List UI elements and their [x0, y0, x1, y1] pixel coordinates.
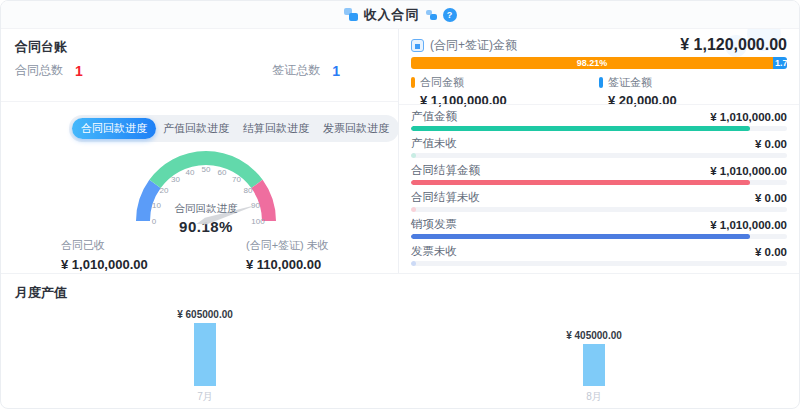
metric-head: 发票未收¥ 0.00: [411, 244, 787, 259]
bar-group: ¥ 605000.007月: [160, 309, 250, 386]
help-icon[interactable]: ?: [443, 8, 457, 22]
stat-item: 签证总数1: [272, 62, 340, 79]
ledger-title: 合同台账: [15, 38, 67, 56]
gauge-value: 90.18%: [86, 218, 326, 235]
metric-value: ¥ 1,010,000.00: [710, 111, 787, 123]
metric-label: 合同结算未收: [411, 190, 480, 205]
gauge-tick-label: 30: [171, 175, 180, 184]
bar-value-label: ¥ 605000.00: [177, 309, 233, 320]
bar: [583, 344, 605, 386]
metric-list: 产值金额¥ 1,010,000.00产值未收¥ 0.00合同结算金额¥ 1,01…: [411, 109, 787, 271]
metric-row: 合同结算未收¥ 0.00: [411, 190, 787, 212]
page-title: 收入合同: [364, 6, 420, 24]
metric-bar-track: [411, 261, 787, 266]
summary-header: (合同+签证)金额 ¥ 1,120,000.00: [411, 35, 787, 55]
metric-value: ¥ 1,010,000.00: [710, 219, 787, 231]
metric-label: 产值未收: [411, 136, 457, 151]
tab-产值回款进度[interactable]: 产值回款进度: [156, 118, 236, 139]
bar-group: ¥ 405000.008月: [549, 330, 639, 386]
tab-合同回款进度[interactable]: 合同回款进度: [72, 118, 156, 139]
metric-bar-fill: [411, 207, 416, 212]
gauge-segment: [143, 184, 155, 221]
stat-value: 1: [332, 63, 340, 79]
metric-value: ¥ 0.00: [755, 246, 787, 258]
metric-bar-fill: [411, 234, 750, 239]
metric-value: ¥ 0.00: [755, 138, 787, 150]
switch-view-icon[interactable]: [426, 10, 437, 20]
legend-label: 签证金额: [608, 75, 652, 90]
gauge-footer-value: ¥ 1,010,000.00: [61, 257, 246, 272]
gauge-footer-item: 合同已收¥ 1,010,000.00: [61, 238, 246, 272]
metric-row: 产值金额¥ 1,010,000.00: [411, 109, 787, 131]
page-header: 收入合同 ?: [1, 1, 799, 29]
metric-row: 发票未收¥ 0.00: [411, 244, 787, 266]
legend-head: 合同金额: [411, 75, 599, 90]
metric-value: ¥ 0.00: [755, 192, 787, 204]
bar-value-label: ¥ 405000.00: [566, 330, 622, 341]
amount-summary-panel: (合同+签证)金额 ¥ 1,120,000.00 98.21%1.79% 合同金…: [399, 29, 799, 273]
monthly-bar-chart: ¥ 605000.007月¥ 405000.008月: [1, 274, 799, 409]
gauge-tick-label: 60: [218, 168, 227, 177]
contract-doc-icon: [344, 8, 358, 21]
monthly-output-section: 月度产值 ¥ 605000.007月¥ 405000.008月: [1, 273, 799, 409]
divider: [1, 101, 398, 102]
legend-marker: [599, 77, 603, 88]
metric-bar-fill: [411, 153, 416, 158]
legend-marker: [411, 77, 415, 88]
metric-bar-track: [411, 126, 787, 131]
progress-tabs: 合同回款进度产值回款进度结算回款进度发票回款进度: [69, 115, 399, 142]
metric-label: 销项发票: [411, 217, 457, 232]
gauge-footer-label: 合同已收: [61, 238, 246, 253]
legend-head: 签证金额: [599, 75, 787, 90]
metric-label: 合同结算金额: [411, 163, 480, 178]
amount-split-bar: 98.21%1.79%: [411, 57, 787, 69]
metric-label: 产值金额: [411, 109, 457, 124]
contract-ledger-panel: 合同台账 合同总数1签证总数1 合同回款进度产值回款进度结算回款进度发票回款进度…: [1, 29, 399, 273]
metric-row: 销项发票¥ 1,010,000.00: [411, 217, 787, 239]
gauge-tick-label: 70: [232, 175, 241, 184]
stat-label: 合同总数: [15, 62, 63, 79]
divider: [399, 104, 799, 105]
stat-value: 1: [75, 63, 83, 79]
metric-bar-fill: [411, 261, 416, 266]
income-contract-dashboard: 收入合同 ? 合同台账 合同总数1签证总数1 合同回款进度产值回款进度结算回款进…: [0, 0, 800, 409]
bar-month-label: 7月: [160, 390, 250, 404]
metric-bar-track: [411, 180, 787, 185]
metric-label: 发票未收: [411, 244, 457, 259]
legend-label: 合同金额: [420, 75, 464, 90]
summary-total-amount: ¥ 1,120,000.00: [680, 36, 787, 54]
summary-label: (合同+签证)金额: [430, 37, 517, 54]
bar: [194, 323, 216, 386]
split-bar-segment: 1.79%: [773, 57, 787, 69]
tab-发票回款进度[interactable]: 发票回款进度: [316, 118, 396, 139]
gauge-tick-label: 20: [159, 186, 168, 195]
amount-form-icon: [411, 39, 424, 52]
metric-head: 合同结算未收¥ 0.00: [411, 190, 787, 205]
metric-head: 销项发票¥ 1,010,000.00: [411, 217, 787, 232]
gauge-tick-label: 80: [244, 186, 253, 195]
legend-value: ¥ 1,100,000.00: [420, 93, 599, 108]
split-bar-segment: 98.21%: [411, 57, 773, 69]
bar-month-label: 8月: [549, 390, 639, 404]
split-bar-segment-label: 1.79%: [775, 58, 787, 68]
metric-row: 合同结算金额¥ 1,010,000.00: [411, 163, 787, 185]
metric-bar-track: [411, 234, 787, 239]
gauge-segment: [257, 184, 269, 221]
stat-label: 签证总数: [272, 62, 320, 79]
metric-bar-track: [411, 207, 787, 212]
metric-bar-fill: [411, 126, 750, 131]
metric-value: ¥ 1,010,000.00: [710, 165, 787, 177]
tab-结算回款进度[interactable]: 结算回款进度: [236, 118, 316, 139]
gauge-tick-label: 90: [251, 201, 260, 210]
ledger-stats: 合同总数1签证总数1: [15, 62, 340, 79]
gauge-tick-label: 10: [152, 201, 161, 210]
gauge-segment: [155, 158, 257, 184]
metric-head: 合同结算金额¥ 1,010,000.00: [411, 163, 787, 178]
gauge-footer: 合同已收¥ 1,010,000.00(合同+签证) 未收¥ 110,000.00: [61, 238, 431, 272]
metric-head: 产值金额¥ 1,010,000.00: [411, 109, 787, 124]
main-content: 合同台账 合同总数1签证总数1 合同回款进度产值回款进度结算回款进度发票回款进度…: [1, 29, 799, 273]
metric-bar-track: [411, 153, 787, 158]
metric-bar-fill: [411, 180, 750, 185]
split-bar-segment-label: 98.21%: [577, 58, 608, 68]
legend-value: ¥ 20,000.00: [608, 93, 787, 108]
